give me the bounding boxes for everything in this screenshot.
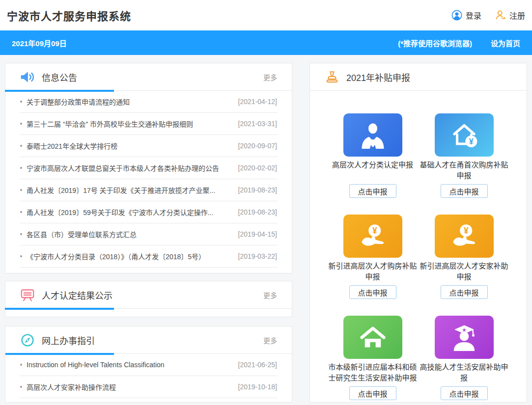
announcement-title-text: 第三十二届 “毕洽会” 市外高校毕业生交通补贴申报细则 bbox=[27, 119, 193, 129]
subsidy-card-label: 高层次人才分类认定申报 bbox=[327, 160, 419, 181]
subsidy-card-label: 高技能人才生活安居补助申报 bbox=[419, 362, 510, 383]
guide-list: Instruction of High-level Talents Classi… bbox=[5, 354, 292, 398]
announcement-date: [2019-08-23] bbox=[233, 208, 277, 216]
person-add-icon bbox=[495, 10, 506, 21]
apply-button[interactable]: 点击申报 bbox=[441, 285, 488, 299]
subsidy-card-icon[interactable] bbox=[435, 113, 494, 157]
current-date: 2021年09月09日 bbox=[12, 38, 67, 48]
subsidy-card-icon[interactable] bbox=[343, 113, 402, 157]
announcement-title-text: 《宁波市人才分类目录（2018）》（甬人才发〔2018〕5号） bbox=[27, 251, 205, 261]
announcement-date: [2021-04-12] bbox=[233, 98, 277, 106]
subsidy-card-label: 新引进高层次人才安家补助申报 bbox=[419, 261, 510, 282]
login-button[interactable]: 登录 bbox=[451, 9, 481, 21]
announcement-date: [2019-08-23] bbox=[233, 186, 277, 194]
bullet-icon bbox=[20, 101, 22, 103]
bullet-icon bbox=[20, 145, 22, 147]
announcement-title-text: 关于调整部分政策申请流程的通知 bbox=[27, 97, 130, 107]
subsidy-card: 基础人才在甬首次购房补贴申报 点击申报 bbox=[419, 113, 510, 198]
login-label: 登录 bbox=[466, 9, 481, 21]
bullet-icon bbox=[20, 211, 22, 213]
announcement-item[interactable]: 各区县（市）受理单位联系方式汇总 [2019-04-15] bbox=[20, 223, 277, 245]
stamp-icon bbox=[325, 70, 339, 84]
subsidy-card: 高技能人才生活安居补助申报 点击申报 bbox=[419, 316, 510, 400]
results-more-link[interactable]: 更多 bbox=[263, 290, 277, 300]
apply-button[interactable]: 点击申报 bbox=[441, 184, 488, 198]
apply-button[interactable]: 点击申报 bbox=[349, 184, 396, 198]
announcement-item[interactable]: 第三十二届 “毕洽会” 市外高校毕业生交通补贴申报细则 [2021-03-31] bbox=[20, 113, 277, 135]
bullet-icon bbox=[20, 123, 22, 125]
bullet-icon bbox=[20, 386, 22, 388]
announcement-date: [2020-02-02] bbox=[233, 164, 277, 172]
announcements-title: 信息公告 bbox=[42, 71, 77, 83]
set-homepage-link[interactable]: 设为首页 bbox=[491, 38, 520, 48]
subsidy-card: 新引进高层次人才购房补贴申报 点击申报 bbox=[327, 215, 419, 299]
page-root: 宁波市人才服务申报系统 登录 注册 2021年09月09日 (*推荐使用谷歌浏览… bbox=[0, 0, 532, 403]
board-icon bbox=[20, 288, 35, 302]
subsidy-card-icon[interactable] bbox=[343, 215, 402, 258]
app-header: 宁波市人才服务申报系统 登录 注册 bbox=[0, 0, 532, 30]
subsidy-title: 2021年补贴申报 bbox=[346, 71, 410, 83]
announcement-item[interactable]: 泰晤士2021年全球大学排行榜 [2020-09-07] bbox=[20, 135, 277, 157]
guide-item-date: [2021-06-25] bbox=[233, 361, 277, 369]
announcement-item[interactable]: 甬人社发〔2019〕17号 关于印发《关于推进开放揽才产业聚... [2019-… bbox=[20, 179, 277, 201]
announcement-date: [2019-04-15] bbox=[233, 230, 277, 238]
apply-button[interactable]: 点击申报 bbox=[349, 386, 396, 400]
announcements-panel: 信息公告 更多 关于调整部分政策申请流程的通知 [2021-04-12] bbox=[5, 63, 292, 273]
bullet-icon bbox=[20, 167, 22, 169]
bullet-icon bbox=[20, 189, 22, 191]
speaker-icon bbox=[20, 70, 35, 84]
subsidy-card-label: 基础人才在甬首次购房补贴申报 bbox=[419, 160, 510, 181]
accent-underline bbox=[5, 90, 114, 92]
guide-more-link[interactable]: 更多 bbox=[263, 335, 277, 345]
subsidy-card-grid: 高层次人才分类认定申报 点击申报 基础人才在甬首次购房补贴申报 点击申报 bbox=[310, 91, 527, 403]
main-content: 信息公告 更多 关于调整部分政策申请流程的通知 [2021-04-12] bbox=[5, 63, 527, 403]
guide-item[interactable]: Instruction of High-level Talents Classi… bbox=[20, 354, 277, 376]
register-label: 注册 bbox=[509, 9, 525, 21]
announcement-title-text: 宁波市高层次人才联盟总窗关于市本级人才各类补贴办理的公告 bbox=[27, 163, 219, 173]
auth-area: 登录 注册 bbox=[451, 9, 525, 21]
guide-item-text: Instruction of High-level Talents Classi… bbox=[27, 361, 165, 369]
register-button[interactable]: 注册 bbox=[495, 9, 525, 21]
compass-icon bbox=[20, 333, 35, 347]
date-bar: 2021年09月09日 (*推荐使用谷歌浏览器) 设为首页 bbox=[0, 30, 532, 55]
announcement-date: [2020-09-07] bbox=[233, 142, 277, 150]
announcement-item[interactable]: 宁波市高层次人才联盟总窗关于市本级人才各类补贴办理的公告 [2020-02-02… bbox=[20, 157, 277, 179]
announcement-list: 关于调整部分政策申请流程的通知 [2021-04-12] 第三十二届 “毕洽会”… bbox=[5, 91, 292, 268]
subsidy-card: 新引进高层次人才安家补助申报 点击申报 bbox=[419, 215, 510, 299]
apply-button[interactable]: 点击申报 bbox=[349, 285, 396, 299]
guide-title: 网上办事指引 bbox=[42, 334, 95, 347]
subsidy-card-icon[interactable] bbox=[435, 215, 494, 258]
user-circle-icon bbox=[451, 10, 462, 21]
announcements-more-link[interactable]: 更多 bbox=[263, 72, 277, 82]
guide-item-date: [2019-10-18] bbox=[233, 383, 277, 391]
guide-item[interactable]: 高层次人才安家补助操作流程 [2019-10-18] bbox=[20, 376, 277, 398]
accent-underline bbox=[5, 308, 114, 310]
bullet-icon bbox=[20, 255, 22, 257]
bullet-icon bbox=[20, 364, 22, 366]
announcement-title-text: 泰晤士2021年全球大学排行榜 bbox=[27, 141, 117, 151]
subsidy-card-icon[interactable] bbox=[435, 316, 494, 359]
apply-button[interactable]: 点击申报 bbox=[441, 386, 488, 400]
page-title: 宁波市人才服务申报系统 bbox=[7, 7, 131, 23]
accent-underline bbox=[5, 353, 114, 355]
guide-panel: 网上办事指引 更多 Instruction of High-level Tale… bbox=[5, 326, 292, 403]
subsidy-card: 市本级新引进应届本科和硕士研究生生活安居补助申报 点击申报 bbox=[327, 316, 419, 400]
announcement-item[interactable]: 关于调整部分政策申请流程的通知 [2021-04-12] bbox=[20, 91, 277, 113]
subsidy-card-label: 新引进高层次人才购房补贴申报 bbox=[327, 261, 419, 282]
announcement-title-text: 各区县（市）受理单位联系方式汇总 bbox=[27, 229, 137, 239]
bullet-icon bbox=[20, 233, 22, 235]
announcement-date: [2019-03-22] bbox=[233, 252, 277, 260]
announcement-title-text: 甬人社发〔2019〕59号关于印发《宁波市人才分类认定操作... bbox=[27, 207, 213, 217]
browser-recommendation: (*推荐使用谷歌浏览器) bbox=[398, 38, 472, 48]
results-title: 人才认定结果公示 bbox=[42, 289, 112, 301]
announcement-date: [2021-03-31] bbox=[233, 120, 277, 128]
announcement-item[interactable]: 甬人社发〔2019〕59号关于印发《宁波市人才分类认定操作... [2019-0… bbox=[20, 201, 277, 223]
subsidy-card: 高层次人才分类认定申报 点击申报 bbox=[327, 113, 419, 198]
results-panel: 人才认定结果公示 更多 bbox=[5, 281, 292, 317]
announcement-title-text: 甬人社发〔2019〕17号 关于印发《关于推进开放揽才产业聚... bbox=[27, 185, 215, 195]
subsidy-card-label: 市本级新引进应届本科和硕士研究生生活安居补助申报 bbox=[327, 362, 419, 383]
announcement-item[interactable]: 《宁波市人才分类目录（2018）》（甬人才发〔2018〕5号） [2019-03… bbox=[20, 245, 277, 268]
subsidy-panel: 2021年补贴申报 高层次人才分类认定申报 点击申报 bbox=[309, 63, 527, 403]
subsidy-card-icon[interactable] bbox=[343, 316, 402, 359]
guide-item-text: 高层次人才安家补助操作流程 bbox=[27, 382, 116, 392]
